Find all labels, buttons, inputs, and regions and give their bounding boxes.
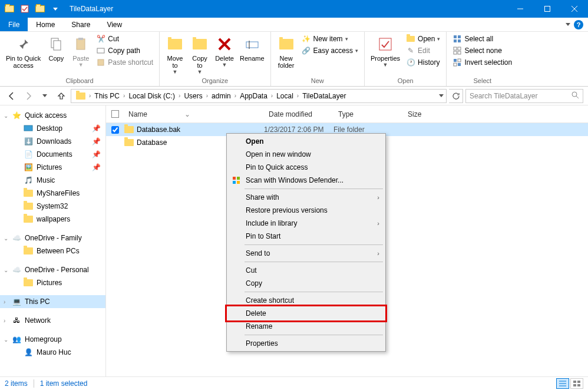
column-type[interactable]: Type: [333, 110, 403, 118]
tree-documents[interactable]: 📄Documents📌: [0, 148, 105, 161]
tab-home[interactable]: Home: [28, 18, 63, 31]
tab-share[interactable]: Share: [63, 18, 98, 31]
invert-selection-button[interactable]: Invert selection: [450, 57, 514, 68]
folder-icon: [24, 201, 33, 211]
svg-rect-6: [54, 41, 61, 50]
select-all-checkbox[interactable]: [111, 110, 119, 118]
tree-od-pictures[interactable]: Pictures: [0, 276, 105, 289]
new-folder-button[interactable]: New folder: [275, 33, 298, 71]
tree-desktop[interactable]: Desktop📌: [0, 122, 105, 135]
tree-onedrive-family[interactable]: ⌄☁️OneDrive - Family: [0, 232, 105, 244]
copy-button[interactable]: Copy: [44, 33, 68, 64]
forward-button[interactable]: [21, 89, 35, 103]
tree-myshare[interactable]: MyShareFiles: [0, 187, 105, 200]
search-input[interactable]: Search TileDataLayer: [465, 89, 583, 103]
tree-music[interactable]: 🎵Music: [0, 174, 105, 187]
column-date[interactable]: Date modified: [264, 110, 333, 118]
column-size[interactable]: Size: [403, 110, 444, 118]
crumb-tiledatalayer[interactable]: TileDataLayer: [300, 92, 348, 100]
cm-scan-defender[interactable]: Scan with Windows Defender...: [228, 174, 384, 187]
select-all-button[interactable]: Select all: [450, 33, 514, 45]
chevron-right-icon[interactable]: ›: [88, 92, 92, 99]
address-dropdown-icon[interactable]: [439, 94, 444, 97]
tree-homegroup[interactable]: ⌄👥Homegroup: [0, 333, 105, 346]
navigation-pane[interactable]: ⌄⭐Quick access Desktop📌 ⬇️Downloads📌 📄Do…: [0, 105, 106, 376]
cm-rename[interactable]: Rename: [228, 320, 384, 333]
status-item-count: 2 items: [5, 379, 28, 388]
details-view-button[interactable]: [556, 378, 569, 389]
minimize-button[interactable]: [507, 0, 534, 18]
tree-pictures[interactable]: 🖼️Pictures📌: [0, 161, 105, 174]
tree-between-pcs[interactable]: Between PCs: [0, 244, 105, 257]
rename-button[interactable]: Rename: [237, 33, 267, 64]
folder-icon: [124, 125, 134, 134]
crumb-thispc[interactable]: This PC: [92, 92, 122, 100]
easy-access-button[interactable]: 🔗Easy access ▾: [299, 45, 361, 57]
paste-button[interactable]: Paste ▼: [69, 33, 93, 70]
copy-path-button[interactable]: Copy path: [94, 45, 156, 57]
tree-onedrive-personal[interactable]: ⌄☁️OneDrive - Personal: [0, 263, 105, 276]
new-item-button[interactable]: ✨New item ▾: [299, 33, 361, 45]
back-button[interactable]: [5, 89, 19, 103]
crumb-users[interactable]: Users: [181, 92, 204, 100]
crumb-local[interactable]: Local: [274, 92, 296, 100]
tree-this-pc[interactable]: ›💻This PC: [0, 295, 105, 308]
properties-button[interactable]: Properties▼: [368, 33, 402, 70]
svg-rect-38: [573, 381, 576, 383]
qat-dropdown-icon[interactable]: [49, 3, 61, 15]
tab-view[interactable]: View: [98, 18, 130, 31]
column-name[interactable]: Name ⌄: [124, 110, 264, 118]
cm-pin-quick-access[interactable]: Pin to Quick access: [228, 161, 384, 174]
tree-user[interactable]: 👤Mauro Huc: [0, 346, 105, 359]
pin-quick-access-button[interactable]: Pin to Quick access: [4, 33, 43, 71]
up-button[interactable]: [54, 89, 68, 103]
maximize-button[interactable]: [534, 0, 561, 18]
tree-quick-access[interactable]: ⌄⭐Quick access: [0, 109, 105, 122]
cm-include-library[interactable]: Include in library›: [228, 217, 384, 230]
refresh-button[interactable]: [449, 89, 463, 103]
tree-system32[interactable]: System32: [0, 200, 105, 213]
crumb-appdata[interactable]: AppData: [237, 92, 270, 100]
help-icon[interactable]: ?: [574, 20, 583, 29]
breadcrumb-root-icon[interactable]: [74, 92, 88, 100]
edit-button[interactable]: ✎Edit: [404, 45, 442, 57]
copy-to-button[interactable]: Copy to▼: [188, 33, 212, 77]
open-button[interactable]: Open ▾: [404, 33, 442, 45]
qat-properties-icon[interactable]: [19, 3, 31, 15]
move-to-button[interactable]: Move to▼: [163, 33, 187, 77]
svg-line-29: [576, 96, 579, 98]
crumb-admin[interactable]: admin: [209, 92, 233, 100]
cm-open-new-window[interactable]: Open in new window: [228, 148, 384, 161]
cm-properties[interactable]: Properties: [228, 337, 384, 350]
cm-restore-versions[interactable]: Restore previous versions: [228, 204, 384, 217]
close-button[interactable]: [561, 0, 588, 18]
cm-pin-start[interactable]: Pin to Start: [228, 230, 384, 243]
cm-open[interactable]: Open: [228, 135, 384, 148]
tab-file[interactable]: File: [0, 18, 28, 31]
minimize-ribbon-icon[interactable]: [566, 23, 570, 26]
cm-create-shortcut[interactable]: Create shortcut: [228, 294, 384, 307]
row-checkbox[interactable]: [111, 126, 119, 134]
tree-downloads[interactable]: ⬇️Downloads📌: [0, 135, 105, 148]
address-bar[interactable]: › This PC› Local Disk (C:)› Users› admin…: [71, 89, 447, 103]
tree-network[interactable]: ›🖧Network: [0, 314, 105, 327]
tree-wallpapers[interactable]: wallpapers: [0, 213, 105, 226]
cut-button[interactable]: ✂️Cut: [94, 33, 156, 45]
delete-button[interactable]: Delete▼: [213, 33, 236, 70]
paste-shortcut-button[interactable]: Paste shortcut: [94, 57, 156, 68]
cm-delete[interactable]: Delete: [228, 307, 384, 320]
qat-newfolder-icon[interactable]: [34, 3, 46, 15]
recent-locations-button[interactable]: [38, 89, 52, 103]
cm-cut[interactable]: Cut: [228, 264, 384, 277]
onedrive-icon: ☁️: [12, 233, 21, 243]
chevron-right-icon: ›: [377, 194, 379, 201]
cm-share-with[interactable]: Share with›: [228, 191, 384, 204]
crumb-c[interactable]: Local Disk (C:): [126, 92, 177, 100]
select-none-icon: [452, 46, 462, 55]
paste-shortcut-icon: [96, 58, 105, 67]
cm-send-to[interactable]: Send to›: [228, 247, 384, 260]
select-none-button[interactable]: Select none: [450, 45, 514, 57]
history-button[interactable]: 🕐History: [404, 57, 442, 68]
cm-copy[interactable]: Copy: [228, 277, 384, 290]
thumbnails-view-button[interactable]: [570, 378, 583, 389]
